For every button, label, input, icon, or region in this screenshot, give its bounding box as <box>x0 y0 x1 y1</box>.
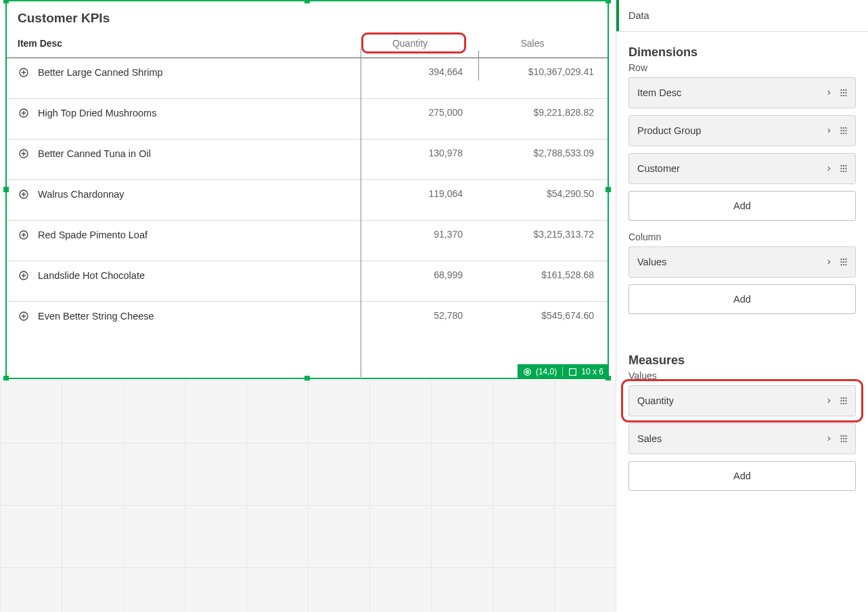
chevron-right-icon <box>825 258 832 266</box>
svg-point-30 <box>845 92 846 93</box>
size-text: 10 x 6 <box>581 367 603 376</box>
expand-icon[interactable] <box>18 148 30 160</box>
column-divider <box>478 51 479 81</box>
svg-point-69 <box>845 403 846 404</box>
table-row[interactable]: Red Spade Pimento Loaf91,370$3,215,313.7… <box>7 221 608 261</box>
svg-point-27 <box>845 89 846 91</box>
svg-point-46 <box>840 168 842 169</box>
table-row[interactable]: Landslide Hot Chocolate68,999$161,528.68 <box>7 261 608 302</box>
col-header-quantity-label: Quantity <box>392 38 428 49</box>
cell-item-desc-text: Better Large Canned Shrimp <box>38 67 163 78</box>
cell-quantity: 130,978 <box>352 148 468 158</box>
svg-point-49 <box>840 171 842 172</box>
table-row[interactable]: High Top Dried Mushrooms275,000$9,221,82… <box>7 99 608 139</box>
svg-point-66 <box>845 400 846 401</box>
cell-item-desc[interactable]: Walrus Chardonnay <box>18 188 352 200</box>
expand-icon[interactable] <box>18 229 30 241</box>
field-pill-sales[interactable]: Sales <box>629 423 856 454</box>
cell-sales: $9,221,828.82 <box>468 107 597 118</box>
resize-handle-ml[interactable] <box>3 187 9 192</box>
resize-handle-tl[interactable] <box>3 0 9 3</box>
section-dimensions: Dimensions <box>629 45 856 60</box>
column-divider <box>361 49 361 377</box>
col-header-sales[interactable]: Sales <box>468 38 597 49</box>
svg-point-43 <box>840 165 842 167</box>
cell-item-desc[interactable]: Red Spade Pimento Loaf <box>18 229 352 241</box>
svg-point-72 <box>845 435 846 437</box>
svg-point-32 <box>843 95 844 96</box>
cell-item-desc[interactable]: Better Canned Tuna in Oil <box>18 148 352 160</box>
object-position-badge: (14,0) 10 x 6 <box>518 364 609 379</box>
cell-sales: $54,290.50 <box>468 188 597 199</box>
cell-quantity: 119,064 <box>352 188 468 199</box>
chevron-right-icon <box>825 89 832 97</box>
svg-point-42 <box>845 133 846 134</box>
col-header-item-desc[interactable]: Item Desc <box>18 38 352 49</box>
cell-item-desc-text: Even Better String Cheese <box>38 311 154 322</box>
drag-handle-icon[interactable] <box>839 257 848 267</box>
expand-icon[interactable] <box>18 188 30 200</box>
svg-point-29 <box>843 92 844 93</box>
resize-handle-mr[interactable] <box>606 187 611 192</box>
cell-quantity: 91,370 <box>352 229 468 240</box>
size-icon <box>568 368 577 376</box>
field-pill-item-desc[interactable]: Item Desc <box>629 77 856 108</box>
table-row[interactable]: Better Large Canned Shrimp394,664$10,367… <box>7 58 608 99</box>
table-row[interactable]: Walrus Chardonnay119,064$54,290.50 <box>7 180 608 221</box>
pivot-table: Item Desc Quantity Sales Better Large Ca… <box>7 28 608 343</box>
svg-point-78 <box>845 441 846 442</box>
sheet-grid-bg[interactable] <box>0 380 616 612</box>
table-row[interactable]: Even Better String Cheese52,780$545,674.… <box>7 302 608 343</box>
expand-icon[interactable] <box>18 107 30 119</box>
svg-point-77 <box>843 441 844 442</box>
svg-point-40 <box>840 133 842 134</box>
cell-sales: $545,674.60 <box>468 310 597 321</box>
cell-sales: $161,528.68 <box>468 269 597 280</box>
pivot-object-selected[interactable]: Customer KPIs Item Desc Quantity Sales B… <box>5 0 609 379</box>
cell-item-desc[interactable]: Landslide Hot Chocolate <box>18 269 352 282</box>
svg-point-65 <box>843 400 844 401</box>
cell-item-desc-text: Walrus Chardonnay <box>38 189 124 200</box>
drag-handle-icon[interactable] <box>839 434 848 443</box>
field-pill-quantity[interactable]: Quantity <box>629 385 856 416</box>
col-header-quantity[interactable]: Quantity <box>352 38 468 49</box>
field-pill-product-group[interactable]: Product Group <box>629 115 856 146</box>
field-pill-label: Quantity <box>637 395 674 406</box>
sheet-canvas[interactable]: Customer KPIs Item Desc Quantity Sales B… <box>0 0 616 612</box>
chevron-right-icon <box>825 127 832 135</box>
drag-handle-icon[interactable] <box>839 396 848 406</box>
svg-point-50 <box>843 171 844 172</box>
resize-handle-tr[interactable] <box>606 0 611 3</box>
add-column-dimension-button[interactable]: Add <box>629 284 856 314</box>
svg-point-45 <box>845 165 846 167</box>
add-measure-button[interactable]: Add <box>629 461 856 491</box>
svg-point-60 <box>845 264 846 265</box>
expand-icon[interactable] <box>18 66 30 79</box>
tab-data[interactable]: Data <box>616 0 659 31</box>
svg-point-57 <box>845 261 846 263</box>
expand-icon[interactable] <box>18 269 30 282</box>
svg-point-58 <box>840 264 842 265</box>
resize-handle-tm[interactable] <box>304 0 310 3</box>
table-row[interactable]: Better Canned Tuna in Oil130,978$2,788,5… <box>7 139 608 180</box>
svg-point-75 <box>845 438 846 439</box>
cell-item-desc[interactable]: Better Large Canned Shrimp <box>18 66 352 79</box>
field-pill-customer[interactable]: Customer <box>629 153 856 184</box>
cell-item-desc[interactable]: Even Better String Cheese <box>18 310 352 322</box>
field-pill-values[interactable]: Values <box>629 246 856 278</box>
svg-point-62 <box>843 397 844 399</box>
expand-icon[interactable] <box>18 310 30 322</box>
cell-item-desc[interactable]: High Top Dried Mushrooms <box>18 107 352 119</box>
drag-handle-icon[interactable] <box>839 164 848 173</box>
cell-quantity: 394,664 <box>352 66 468 77</box>
svg-point-53 <box>843 259 844 260</box>
values-subhead: Values <box>629 370 856 381</box>
panel-tabs: Data <box>616 0 868 32</box>
svg-point-70 <box>840 435 842 437</box>
svg-point-28 <box>840 92 842 93</box>
drag-handle-icon[interactable] <box>839 88 848 97</box>
svg-point-25 <box>840 89 842 91</box>
add-row-dimension-button[interactable]: Add <box>629 191 856 221</box>
drag-handle-icon[interactable] <box>839 126 848 135</box>
chevron-right-icon <box>825 397 832 405</box>
